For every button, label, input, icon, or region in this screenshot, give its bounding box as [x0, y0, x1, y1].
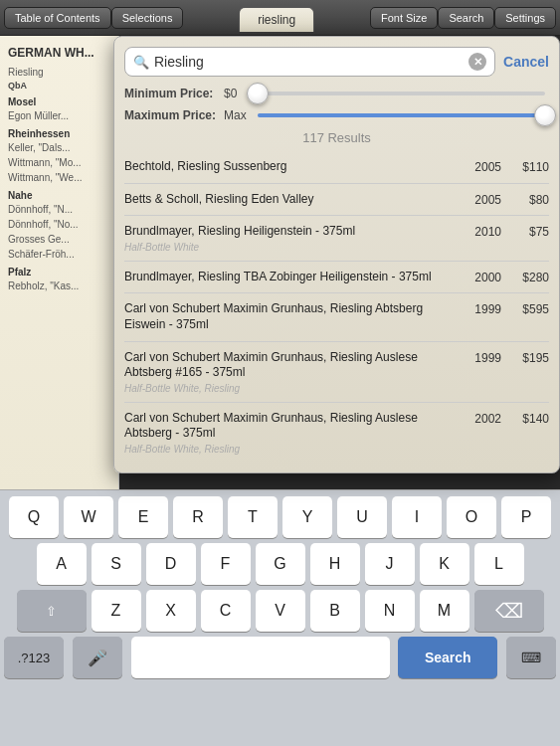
result-year: 2005: [464, 192, 501, 207]
key-j[interactable]: J: [365, 543, 415, 585]
key-d[interactable]: D: [146, 543, 196, 585]
book-entry-riesling: Riesling: [8, 66, 110, 79]
search-input-row: 🔍 ✕ Cancel: [124, 47, 549, 77]
key-u[interactable]: U: [337, 496, 387, 538]
result-name: Carl von Schubert Maximin Grunhaus, Ries…: [124, 301, 464, 332]
max-price-slider-track[interactable]: [258, 113, 545, 117]
keyboard-row-1: QWERTYUIOP: [4, 496, 556, 538]
book-entry-rebholz: Rebholz, "Kas...: [8, 280, 110, 292]
key-e[interactable]: E: [118, 496, 168, 538]
key-y[interactable]: Y: [282, 496, 332, 538]
result-info: Brundlmayer, Riesling TBA Zobinger Heili…: [124, 270, 464, 285]
result-item[interactable]: Betts & Scholl, Riesling Eden Valley2005…: [124, 184, 549, 217]
result-sub: Half-Bottle White, Riesling: [124, 444, 464, 455]
shift-key[interactable]: ⇧: [17, 590, 87, 632]
space-key[interactable]: [131, 637, 390, 678]
min-price-label: Minimum Price:: [124, 87, 224, 100]
keyboard-dismiss-key[interactable]: ⌨: [506, 637, 556, 678]
result-sub: Half-Bottle White, Riesling: [124, 383, 464, 394]
result-sub: Half-Bottle White: [124, 242, 464, 253]
result-year: 1999: [464, 301, 501, 316]
key-g[interactable]: G: [256, 543, 305, 585]
key-f[interactable]: F: [201, 543, 251, 585]
key-b[interactable]: B: [310, 590, 360, 632]
key-p[interactable]: P: [501, 496, 551, 538]
book-entry-donnhoff1: Dönnhoff, "N...: [8, 203, 110, 216]
key-v[interactable]: V: [256, 590, 305, 632]
font-size-button[interactable]: Font Size: [370, 7, 438, 29]
key-h[interactable]: H: [310, 543, 360, 585]
key-x[interactable]: X: [146, 590, 196, 632]
min-price-slider-track[interactable]: [258, 92, 545, 95]
result-info: Carl von Schubert Maximin Grunhaus, Ries…: [124, 350, 464, 394]
key-i[interactable]: I: [392, 496, 442, 538]
book-page: GERMAN WH... Riesling QbA Mosel Egon Mül…: [0, 36, 119, 489]
result-year: 2000: [464, 270, 501, 284]
search-icon: 🔍: [133, 55, 149, 70]
keyboard-row-2: ASDFGHJKL: [4, 543, 556, 585]
key-o[interactable]: O: [447, 496, 496, 538]
book-title: GERMAN WH...: [8, 46, 110, 60]
result-name: Betts & Scholl, Riesling Eden Valley: [124, 192, 464, 208]
key-q[interactable]: Q: [9, 496, 59, 538]
key-l[interactable]: L: [474, 543, 524, 585]
book-section-nahe: Nahe: [8, 190, 110, 201]
result-name: Brundlmayer, Riesling Heiligenstein - 37…: [124, 224, 464, 240]
key-a[interactable]: A: [37, 543, 87, 585]
key-k[interactable]: K: [420, 543, 469, 585]
selections-button[interactable]: Selections: [111, 7, 184, 29]
key-c[interactable]: C: [201, 590, 251, 632]
min-price-row: Minimum Price: $0: [124, 87, 549, 100]
book-entry-wittmann2: Wittmann, "We...: [8, 171, 110, 184]
keyboard-row-3: ⇧ZXCVBNM⌫: [4, 590, 556, 632]
search-input-wrap: 🔍 ✕: [124, 47, 495, 77]
book-entry-keller: Keller, "Dals...: [8, 141, 110, 154]
key-s[interactable]: S: [92, 543, 141, 585]
key-m[interactable]: M: [420, 590, 469, 632]
result-item[interactable]: Carl von Schubert Maximin Grunhaus, Ries…: [124, 342, 549, 403]
search-submit-key[interactable]: Search: [398, 637, 497, 678]
result-item[interactable]: Bechtold, Riesling Sussenberg2005$110: [124, 151, 549, 184]
key-z[interactable]: Z: [92, 590, 141, 632]
sym-key-left[interactable]: .?123: [4, 637, 64, 678]
result-info: Betts & Scholl, Riesling Eden Valley: [124, 192, 464, 208]
result-item[interactable]: Carl von Schubert Maximin Grunhaus, Ries…: [124, 403, 549, 463]
result-item[interactable]: Brundlmayer, Riesling Heiligenstein - 37…: [124, 216, 549, 262]
table-of-contents-button[interactable]: Table of Contents: [4, 7, 111, 29]
book-entry-donnhoff2: Dönnhoff, "No...: [8, 218, 110, 231]
result-item[interactable]: Brundlmayer, Riesling TBA Zobinger Heili…: [124, 262, 549, 294]
book-entry-grosses: Grosses Ge...: [8, 233, 110, 246]
book-entry-schafer: Schäfer-Fröh...: [8, 248, 110, 261]
book-sub-qba: QbA: [8, 81, 110, 91]
search-input[interactable]: [154, 54, 468, 70]
result-price: $110: [509, 159, 549, 174]
result-year: 2005: [464, 159, 501, 174]
key-w[interactable]: W: [64, 496, 113, 538]
content-area: GERMAN WH... Riesling QbA Mosel Egon Mül…: [0, 36, 560, 489]
book-section-mosel: Mosel: [8, 96, 110, 107]
search-nav-button[interactable]: Search: [438, 7, 494, 29]
mic-key[interactable]: 🎤: [73, 637, 122, 678]
key-t[interactable]: T: [228, 496, 278, 538]
result-name: Carl von Schubert Maximin Grunhaus, Ries…: [124, 411, 464, 442]
delete-key[interactable]: ⌫: [474, 590, 544, 632]
result-price: $80: [509, 192, 549, 207]
settings-button[interactable]: Settings: [494, 7, 556, 29]
result-name: Bechtold, Riesling Sussenberg: [124, 159, 464, 175]
result-price: $195: [509, 350, 549, 365]
result-price: $280: [509, 270, 549, 284]
result-price: $140: [509, 411, 549, 426]
search-cancel-button[interactable]: Cancel: [503, 54, 549, 70]
result-info: Brundlmayer, Riesling Heiligenstein - 37…: [124, 224, 464, 253]
key-n[interactable]: N: [365, 590, 415, 632]
search-clear-button[interactable]: ✕: [468, 53, 486, 71]
result-item[interactable]: Carl von Schubert Maximin Grunhaus, Ries…: [124, 293, 549, 341]
result-info: Carl von Schubert Maximin Grunhaus, Ries…: [124, 301, 464, 332]
search-tab[interactable]: riesling: [239, 7, 314, 32]
book-entry-egon: Egon Müller...: [8, 109, 110, 122]
top-nav: Table of Contents Selections riesling Fo…: [0, 0, 560, 36]
results-list[interactable]: Bechtold, Riesling Sussenberg2005$110Bet…: [124, 151, 549, 463]
keyboard: QWERTYUIOP ASDFGHJKL ⇧ZXCVBNM⌫ .?123 🎤 S…: [0, 489, 560, 746]
book-section-rheinhessen: Rheinhessen: [8, 128, 110, 139]
key-r[interactable]: R: [173, 496, 223, 538]
